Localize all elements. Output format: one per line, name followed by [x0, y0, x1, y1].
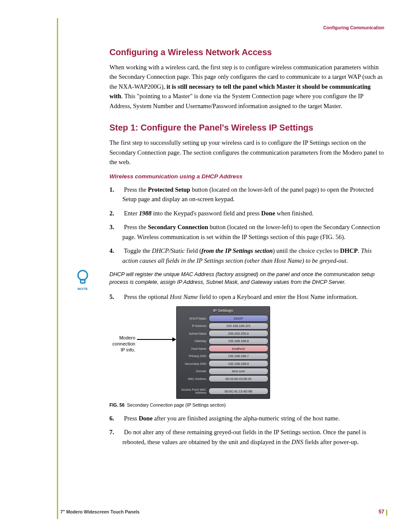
step1-paragraph: The first step to successfully setting u…	[109, 138, 384, 167]
step-6: Press Done after you are finished assign…	[109, 414, 384, 423]
note-text: DHCP will register the unique MAC Addres…	[109, 271, 384, 286]
heading-configuring: Configuring a Wireless Network Access	[109, 47, 384, 57]
field-ip: 192.168.168.221	[209, 323, 268, 330]
running-header: Configuring Communication	[323, 25, 384, 30]
figure-callout: Modero connection IP info.	[97, 335, 135, 353]
svg-rect-1	[81, 280, 85, 283]
field-mac: 00:10:00:43:08:24	[209, 375, 268, 382]
intro-paragraph: When working with a wireless card, the f…	[109, 62, 384, 111]
step-4: Toggle the DHCP/Static field (from the I…	[109, 246, 384, 265]
arrow-icon	[137, 339, 176, 340]
document-page: Configuring Communication Configuring a …	[0, 0, 411, 532]
step-5: Press the optional Host Name field to op…	[109, 292, 384, 302]
content-area: Configuring a Wireless Network Access Wh…	[109, 47, 384, 451]
note-icon: NOTE	[73, 269, 92, 291]
heading-step1: Step 1: Configure the Panel's Wireless I…	[109, 123, 384, 133]
steps-list-2: Press the optional Host Name field to op…	[109, 292, 384, 302]
field-domain: amx.com	[209, 368, 268, 375]
heading-dhcp: Wireless communication using a DHCP Addr…	[109, 173, 384, 180]
footer-title: 7" Modero Widescreen Touch Panels	[60, 509, 140, 514]
step-7: Do not alter any of these remaining grey…	[109, 427, 384, 447]
left-rule	[57, 18, 58, 519]
step-2: Enter 1988 into the Keypad's password fi…	[109, 208, 384, 218]
ip-settings-panel: IP Settings DHCP/StaticDHCP IP Address19…	[176, 306, 270, 399]
field-dhcp-static: DHCP	[209, 315, 268, 322]
page-number: 57	[379, 509, 384, 515]
step-1: Press the Protected Setup button (locate…	[109, 185, 384, 204]
note-block: NOTE DHCP will register the unique MAC A…	[109, 271, 384, 286]
figure-56: Modero connection IP info. IP Settings D…	[109, 306, 384, 399]
steps-list-3: Press Done after you are finished assign…	[109, 414, 384, 447]
steps-list: Press the Protected Setup button (locate…	[109, 185, 384, 265]
field-primary-dns: 192.168.168.7	[209, 353, 268, 360]
field-subnet: 255.255.255.0	[209, 330, 268, 337]
page-footer: 7" Modero Widescreen Touch Panels 57	[60, 509, 384, 515]
field-hostname: localhost	[209, 345, 268, 352]
field-gateway: 192.168.168.8	[209, 338, 268, 345]
step-3: Press the Secondary Connection button (l…	[109, 222, 384, 242]
figure-caption: FIG. 56 Secondary Connection page (IP Se…	[109, 402, 384, 408]
field-ap-mac: 00:0C:41:13:4D:9B	[209, 388, 268, 395]
panel-title: IP Settings	[178, 308, 268, 314]
field-secondary-dns: 192.168.168.9	[209, 360, 268, 367]
footer-tick	[386, 510, 387, 516]
svg-point-0	[78, 271, 87, 280]
